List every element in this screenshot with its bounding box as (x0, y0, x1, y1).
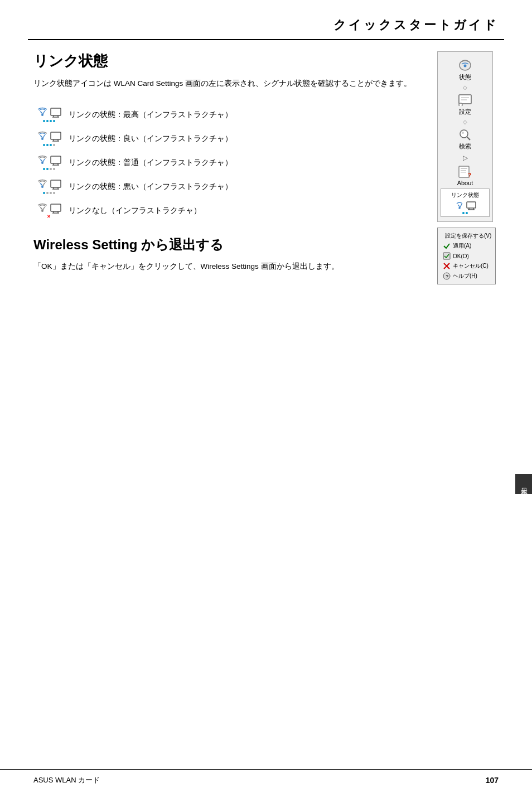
wifi-signal-icon (36, 107, 49, 118)
apply-button[interactable]: 適用(A) (441, 241, 492, 251)
link-states-list: リンクの状態：最高（インフラストラクチャ） (33, 107, 426, 219)
save-settings-button[interactable]: 設定を保存する(V) (441, 231, 492, 241)
svg-point-0 (41, 114, 43, 116)
list-item: リンクの状態：最高（インフラストラクチャ） (33, 107, 426, 123)
svg-point-30 (459, 103, 462, 106)
sidebar-item-linkstate[interactable]: リンク状態 (441, 189, 490, 217)
section2-title: Wireless Setting から退出する (33, 236, 426, 254)
list-item: リンクの状態：普通（インフラストラクチャ） (33, 155, 426, 171)
cancel-button[interactable]: キャンセル(C) (441, 261, 492, 271)
link-label-2: リンクの状態：悪い（インフラストラクチャ） (69, 182, 233, 192)
page-number: 107 (486, 776, 499, 785)
link-label-5: リンクの状態：最高（インフラストラクチャ） (69, 110, 233, 120)
cancel-icon (443, 262, 451, 270)
svg-point-39 (458, 207, 461, 209)
section2: Wireless Setting から退出する 「OK」または「キャンセル」をク… (33, 236, 426, 273)
wifi-signal-icon (36, 155, 49, 166)
page-title: クイックスタートガイド (0, 0, 532, 39)
monitor-icon (50, 204, 61, 214)
svg-point-10 (41, 162, 43, 164)
monitor-icon (50, 132, 61, 142)
monitor-icon (50, 180, 61, 190)
language-tab: 日本語 (515, 474, 532, 494)
svg-rect-21 (51, 204, 61, 211)
section1-title: リンク状態 (33, 51, 426, 71)
nav-divider: ◇ (441, 84, 490, 90)
monitor-icon (50, 108, 61, 118)
list-item: リンクの状態：良い（インフラストラクチャ） (33, 131, 426, 147)
sidebar-item-search[interactable]: 検索 (441, 125, 490, 153)
nav-divider: ▷ (441, 154, 490, 162)
settings-icon (457, 93, 473, 107)
svg-point-5 (41, 138, 43, 140)
monitor-icon (50, 156, 61, 166)
search-icon (457, 128, 473, 141)
menu-panel: 設定を保存する(V) 適用(A) OK(O) (437, 228, 496, 284)
svg-line-32 (467, 137, 470, 140)
svg-rect-6 (51, 132, 61, 139)
nav-divider: ◇ (441, 119, 490, 125)
ok-button[interactable]: OK(O) (441, 251, 492, 261)
footer: ASUS WLAN カード 107 (0, 769, 532, 785)
wifi-signal-icon (36, 179, 49, 190)
linkstate-label: リンク状態 (451, 191, 479, 199)
apply-icon (443, 242, 451, 250)
right-sidebar: 状態 ◇ 設定 ◇ (437, 51, 504, 284)
footer-center: ASUS WLAN カード (33, 775, 100, 785)
svg-text:?: ? (468, 172, 471, 178)
svg-rect-35 (461, 168, 467, 169)
linkstate-wifi-icon (454, 201, 465, 211)
search-label: 検索 (459, 142, 471, 151)
cancel-label: キャンセル(C) (453, 262, 489, 270)
svg-rect-47 (443, 253, 450, 259)
svg-point-15 (41, 186, 43, 188)
svg-point-26 (464, 65, 467, 67)
nav-panel: 状態 ◇ 設定 ◇ (437, 51, 493, 222)
svg-rect-1 (51, 108, 61, 115)
svg-rect-37 (461, 172, 466, 173)
svg-rect-16 (51, 180, 61, 187)
about-label: About (457, 180, 473, 186)
help-button[interactable]: ? ヘルプ(H) (441, 271, 492, 281)
sidebar-item-about[interactable]: ? About (441, 163, 490, 189)
svg-point-33 (462, 132, 464, 134)
link-label-3: リンクの状態：普通（インフラストラクチャ） (69, 158, 233, 168)
svg-text:?: ? (446, 274, 449, 279)
wifi-signal-icon (36, 131, 49, 142)
section1-desc: リンク状態アイコンは WLAN Card Settings 画面の左に表示され、… (33, 78, 426, 90)
svg-point-31 (460, 130, 468, 138)
svg-rect-36 (461, 170, 466, 171)
ok-icon (443, 252, 451, 260)
svg-rect-11 (51, 156, 61, 163)
section2-desc: 「OK」または「キャンセル」をクリックして、Wireless Settings … (33, 260, 426, 273)
list-item: ✕ リンクなし（インフラストラクチャ） (33, 203, 426, 219)
help-label: ヘルプ(H) (453, 272, 477, 280)
wifi-signal-icon (36, 203, 49, 214)
svg-rect-27 (459, 95, 471, 104)
help-icon: ? (443, 272, 451, 280)
apply-label: 適用(A) (453, 242, 471, 250)
sidebar-item-status[interactable]: 状態 (441, 56, 490, 84)
svg-point-20 (41, 210, 43, 212)
svg-rect-40 (467, 202, 476, 208)
link-label-0: リンクなし（インフラストラクチャ） (69, 206, 201, 216)
about-icon: ? (457, 165, 473, 178)
sidebar-item-settings[interactable]: 設定 (441, 91, 490, 118)
save-label: 設定を保存する(V) (445, 232, 491, 240)
link-label-4: リンクの状態：良い（インフラストラクチャ） (69, 134, 233, 144)
settings-label: 設定 (459, 108, 471, 116)
ok-label: OK(O) (453, 253, 469, 259)
status-label: 状態 (459, 73, 471, 81)
status-icon (457, 59, 473, 72)
linkstate-monitor-icon (466, 201, 476, 210)
list-item: リンクの状態：悪い（インフラストラクチャ） (33, 179, 426, 195)
